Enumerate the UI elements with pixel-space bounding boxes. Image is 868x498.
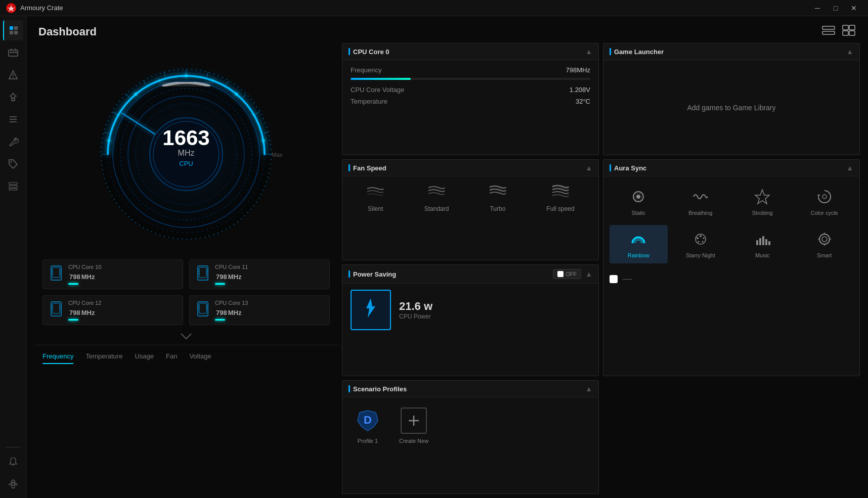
sidebar-item-lighting[interactable] — [3, 87, 23, 107]
svg-text:D: D — [364, 414, 372, 426]
close-button[interactable]: ✕ — [846, 1, 862, 15]
color-cycle-icon — [815, 188, 834, 206]
tab-usage[interactable]: Usage — [135, 349, 154, 364]
aura-effect-static[interactable]: Static — [610, 183, 668, 221]
gauge-label: CPU — [162, 160, 209, 167]
aura-effect-rainbow[interactable]: Rainbow — [610, 225, 668, 263]
profile-item-1[interactable]: D Profile 1 — [351, 403, 385, 448]
svg-point-107 — [702, 241, 703, 243]
fan-speed-title: Fan Speed — [349, 164, 386, 172]
sidebar-item-notifications[interactable] — [3, 451, 23, 472]
minimize-button[interactable]: ─ — [809, 1, 826, 15]
aura-effect-breathing[interactable]: Breathing — [672, 183, 730, 221]
list-view-button[interactable] — [821, 24, 836, 39]
svg-rect-25 — [9, 186, 17, 188]
svg-rect-19 — [12, 98, 15, 101]
aura-effect-music[interactable]: Music — [733, 225, 792, 263]
svg-rect-31 — [849, 25, 855, 30]
sidebar-item-dashboard[interactable] — [3, 20, 23, 40]
scenario-profiles-panel: Scenario Profiles ▲ D Pro — [342, 380, 599, 494]
aura-effect-starry-night[interactable]: Starry Night — [672, 225, 730, 263]
svg-point-109 — [697, 237, 699, 239]
svg-point-27 — [12, 482, 15, 485]
stat-row-temp: Temperature 32°C — [351, 98, 590, 105]
power-saving-header: Power Saving OFF ▲ — [342, 265, 598, 284]
stat-value-voltage: 1.208V — [570, 86, 590, 94]
tab-voltage[interactable]: Voltage — [189, 349, 211, 364]
stat-bar-track — [351, 78, 590, 80]
svg-point-100 — [636, 195, 640, 199]
game-launcher-panel: Game Launcher ▲ Add games to Game Librar… — [603, 43, 860, 155]
fan-turbo-label: Turbo — [490, 205, 505, 212]
add-games-text: Add games to Game Library — [687, 104, 775, 112]
power-icon — [359, 296, 382, 324]
game-collapse-icon[interactable]: ▲ — [846, 48, 853, 56]
left-panel: Max 1663 MHz CPU — [34, 43, 338, 494]
main-area: Max 1663 MHz CPU — [26, 43, 868, 498]
power-saving-toggle[interactable]: OFF — [553, 269, 581, 279]
static-label: Static — [631, 210, 645, 216]
aura-effect-strobing[interactable]: Strobing — [733, 183, 792, 221]
core-info: CPU Core 12 798MHz — [68, 300, 101, 321]
grid-view-button[interactable] — [842, 24, 856, 39]
svg-rect-30 — [843, 25, 848, 30]
sidebar-item-tools[interactable] — [3, 131, 23, 152]
sidebar-item-settings[interactable] — [3, 474, 23, 494]
profile1-icon: D — [355, 408, 381, 434]
toggle-label: OFF — [566, 271, 577, 277]
app-title: Armoury Crate — [20, 4, 63, 12]
cpu-icon — [49, 301, 63, 320]
power-collapse-icon[interactable]: ▲ — [585, 270, 592, 278]
gauge-container: Max 1663 MHz CPU — [34, 43, 338, 255]
tab-frequency[interactable]: Frequency — [42, 349, 73, 364]
game-launcher-title: Game Launcher — [610, 48, 664, 56]
aura-effect-color-cycle[interactable]: Color cycle — [796, 183, 854, 221]
core-bar — [215, 283, 225, 285]
maximize-button[interactable]: □ — [828, 1, 844, 15]
sidebar-item-profiles[interactable] — [3, 109, 23, 129]
core-name: CPU Core 11 — [215, 264, 248, 270]
aura-effect-smart[interactable]: Smart — [796, 225, 854, 263]
core-name: CPU Core 10 — [68, 264, 101, 270]
sidebar-item-alerts[interactable] — [3, 65, 23, 85]
color-dot-white[interactable] — [610, 275, 618, 283]
core-info: CPU Core 13 798MHz — [215, 300, 248, 321]
power-saving-panel: Power Saving OFF ▲ — [342, 264, 599, 376]
fan-option-silent[interactable]: Silent — [360, 180, 390, 216]
tab-fan[interactable]: Fan — [166, 349, 177, 364]
cpu-collapse-icon[interactable]: ▲ — [585, 48, 592, 56]
aura-sync-title: Aura Sync — [610, 164, 646, 172]
svg-rect-111 — [759, 238, 761, 245]
window-controls: ─ □ ✕ — [809, 1, 862, 15]
scenario-collapse-icon[interactable]: ▲ — [585, 385, 592, 393]
sidebar-item-tag[interactable] — [3, 154, 23, 174]
svg-rect-3 — [14, 26, 18, 30]
aura-collapse-icon[interactable]: ▲ — [846, 164, 853, 172]
starry-night-label: Starry Night — [686, 252, 715, 258]
power-watts: 21.6 w — [399, 300, 432, 313]
gauge-center-text: 1663 MHz CPU — [162, 127, 209, 167]
sidebar-item-hardware[interactable] — [3, 42, 23, 63]
svg-rect-4 — [10, 31, 13, 34]
sidebar-item-list[interactable] — [3, 176, 23, 196]
fan-standard-label: Standard — [424, 205, 449, 212]
tab-temperature[interactable]: Temperature — [85, 349, 122, 364]
power-saving-title: Power Saving — [349, 270, 396, 278]
svg-rect-9 — [15, 52, 17, 53]
fan-option-turbo[interactable]: Turbo — [483, 180, 513, 216]
svg-rect-28 — [822, 26, 835, 29]
fan-option-full[interactable]: Full speed — [540, 180, 580, 216]
create-new-profile[interactable]: Create New — [395, 403, 432, 448]
fan-collapse-icon[interactable]: ▲ — [585, 164, 592, 172]
scenario-profiles-body: D Profile 1 — [342, 397, 598, 454]
svg-point-106 — [703, 238, 704, 239]
core-freq: 798MHz — [68, 270, 101, 282]
svg-rect-92 — [199, 303, 206, 313]
core-readings: CPU Core 10 798MHz — [34, 255, 338, 329]
svg-point-115 — [819, 234, 830, 244]
list-item: CPU Core 13 798MHz — [189, 295, 330, 325]
fan-option-standard[interactable]: Standard — [418, 180, 455, 216]
smart-label: Smart — [817, 252, 832, 258]
expand-button[interactable] — [34, 329, 338, 345]
svg-text:Max: Max — [272, 152, 283, 158]
